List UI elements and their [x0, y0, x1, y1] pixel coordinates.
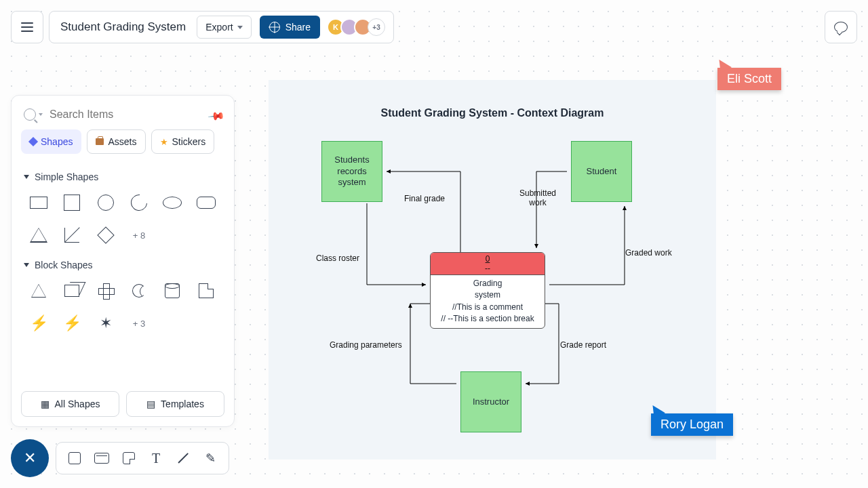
- chevron-down-icon: [24, 263, 29, 267]
- pin-icon[interactable]: 📌: [209, 107, 224, 123]
- tab-shapes[interactable]: Shapes: [21, 129, 81, 154]
- chevron-down-icon[interactable]: [39, 113, 43, 116]
- edge-label: Grading parameters: [330, 340, 402, 350]
- chat-bubble-icon: [834, 22, 848, 33]
- tool-line[interactable]: [170, 445, 196, 471]
- edge-label: Class roster: [316, 253, 359, 263]
- shape-rounded-rectangle[interactable]: [191, 188, 221, 218]
- edge-label: Submitted work: [517, 188, 559, 207]
- chevron-down-icon: [237, 26, 243, 29]
- diamond-icon: [28, 137, 38, 146]
- hamburger-icon: [21, 22, 33, 32]
- edge-label: Final grade: [404, 194, 445, 203]
- briefcase-icon: [96, 138, 104, 145]
- tool-pen[interactable]: ✎: [197, 445, 223, 471]
- globe-icon: [269, 22, 280, 33]
- title-bar: Student Grading System Export Share K +3: [49, 11, 394, 43]
- section-block-shapes[interactable]: Block Shapes: [24, 260, 224, 270]
- shape-diamond[interactable]: [91, 220, 121, 250]
- diagram-edges: [269, 80, 716, 460]
- collaborator-cursor-rory: Rory Logan: [651, 404, 733, 436]
- shapes-more[interactable]: + 8: [124, 220, 154, 250]
- shape-rectangle[interactable]: [24, 188, 54, 218]
- diagram-canvas[interactable]: Student Grading System - Context Diagram…: [269, 80, 716, 460]
- templates-button[interactable]: ▤Templates: [126, 391, 224, 417]
- grid-icon: ▦: [41, 399, 50, 409]
- tool-card[interactable]: [89, 445, 115, 471]
- tool-note[interactable]: [116, 445, 142, 471]
- tool-rectangle[interactable]: [62, 445, 87, 471]
- shape-arc[interactable]: [124, 188, 154, 218]
- section-simple-shapes[interactable]: Simple Shapes: [24, 171, 224, 182]
- edge-label: Grade report: [560, 340, 606, 350]
- shapes-more[interactable]: + 3: [124, 308, 154, 338]
- search-input[interactable]: [48, 108, 205, 121]
- search-icon: [24, 108, 36, 121]
- collaborator-avatars[interactable]: K +3: [331, 18, 385, 36]
- bottom-toolbar: T ✎: [56, 442, 229, 474]
- tool-text[interactable]: T: [143, 445, 169, 471]
- tab-stickers[interactable]: ★Stickers: [151, 129, 215, 154]
- shape-square[interactable]: [57, 188, 87, 218]
- avatar-more[interactable]: +3: [368, 18, 385, 36]
- tab-assets[interactable]: Assets: [87, 129, 145, 154]
- shape-lightning[interactable]: ⚡: [24, 308, 54, 338]
- shape-burst[interactable]: ✶: [91, 308, 121, 338]
- star-icon: ★: [160, 137, 168, 147]
- share-button[interactable]: Share: [260, 16, 320, 39]
- comments-button[interactable]: [825, 11, 857, 43]
- shape-right-triangle[interactable]: [57, 220, 87, 250]
- close-fab[interactable]: ✕: [11, 439, 49, 477]
- collaborator-cursor-eli: Eli Scott: [717, 58, 781, 90]
- shape-cylinder[interactable]: [157, 276, 187, 306]
- shape-lightning-2[interactable]: ⚡: [57, 308, 87, 338]
- shapes-panel: 📌 Shapes Assets ★Stickers Simple Shapes …: [11, 95, 235, 427]
- export-label: Export: [205, 22, 233, 33]
- export-button[interactable]: Export: [197, 16, 251, 39]
- template-icon: ▤: [146, 399, 155, 409]
- menu-button[interactable]: [11, 11, 43, 43]
- shape-folded-corner[interactable]: [191, 276, 221, 306]
- shape-plus[interactable]: [91, 276, 121, 306]
- chevron-down-icon: [24, 175, 29, 179]
- shape-crescent[interactable]: [124, 276, 154, 306]
- close-icon: ✕: [24, 449, 36, 467]
- shape-cone[interactable]: [24, 276, 54, 306]
- shape-triangle[interactable]: [24, 220, 54, 250]
- share-label: Share: [285, 22, 311, 33]
- edge-label: Graded work: [625, 248, 672, 258]
- all-shapes-button[interactable]: ▦All Shapes: [21, 391, 119, 417]
- shape-cube[interactable]: [57, 276, 87, 306]
- shape-ellipse[interactable]: [157, 188, 187, 218]
- document-title[interactable]: Student Grading System: [58, 20, 189, 34]
- shape-circle[interactable]: [91, 188, 121, 218]
